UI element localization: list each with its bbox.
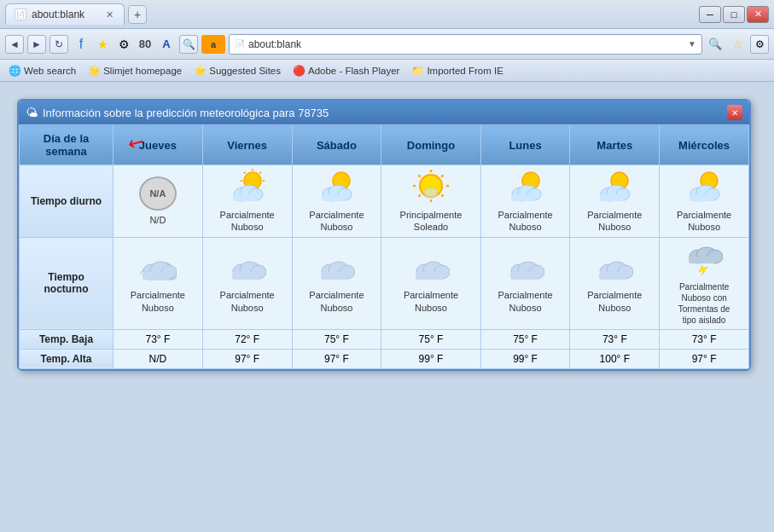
maximize-button[interactable]: □ [723,6,745,23]
tab-close-button[interactable]: ✕ [103,9,115,20]
night-cloud-icon-1 [229,252,266,283]
sun-icon-3 [412,169,450,203]
nighttime-row: Tiempo nocturno Parcialmente [20,237,749,329]
temp-low-2: 75° F [292,329,381,349]
night-cloud-icon-4 [507,252,544,283]
minimize-button[interactable]: ─ [699,6,721,23]
day-martes: Martes [570,125,660,165]
bookmark-imported-label: Imported From IE [427,66,503,76]
dialog-close-button[interactable]: ✕ [727,105,742,120]
storm-icon-6 [685,241,723,275]
temp-high-2: 97° F [292,349,381,368]
bookmark-imported[interactable]: 📁 Imported From IE [408,63,506,78]
bookmark-adobe[interactable]: 🔴 Adobe - Flash Player [289,63,403,78]
address-bar-wrapper[interactable]: 📄 ▼ [229,34,702,55]
nighttime-desc-2: ParcialmenteNuboso [298,289,376,314]
bookmark-slimjet-label: Slimjet homepage [103,66,182,76]
dialog-title: Información sobre la predicción meteorol… [43,107,329,119]
temp-high-label: Temp. Alta [20,349,113,368]
daytime-desc-4: ParcialmenteNuboso [486,209,565,234]
address-dropdown-icon[interactable]: ▼ [688,39,696,49]
nighttime-desc-6: ParcialmenteNuboso conTormentas detipo a… [665,281,743,326]
svg-line-6 [259,172,261,174]
bookmark-slimjet[interactable]: 🌟 Slimjet homepage [84,63,185,78]
browser-tab[interactable]: 📄 about:blank ✕ [5,3,125,25]
nighttime-cell-6: ParcialmenteNuboso conTormentas detipo a… [660,237,749,329]
forward-button[interactable]: ► [27,35,46,54]
temp-high-1: 97° F [202,349,292,368]
nighttime-label: Tiempo nocturno [20,237,113,329]
nighttime-desc-1: ParcialmenteNuboso [208,289,287,314]
sun-cloud-icon-6 [685,169,723,203]
svg-rect-44 [143,272,170,280]
tab-title: about:blank [32,9,84,20]
day-viernes: Viernes [202,125,292,165]
facebook-icon[interactable]: f [72,35,90,54]
favorites-icon[interactable]: ★ [93,35,112,54]
weather-dialog: 🌤 Información sobre la predicción meteor… [17,99,751,371]
svg-rect-60 [510,272,538,280]
night-cloud-icon-0 [139,252,177,283]
bookmark-suggested[interactable]: ⭐ Suggested Sites [190,63,284,78]
svg-rect-64 [599,272,626,280]
plugin-icon1[interactable]: ⚙ [114,35,133,54]
bookmarks-bar: 🌐 Web search 🌟 Slimjet homepage ⭐ Sugges… [0,60,774,82]
temp-low-4: 75° F [480,329,570,349]
temp-low-0: 73° F [113,329,203,349]
daytime-cell-1: ParcialmenteNuboso [202,165,292,238]
bookmark-adobe-label: Adobe - Flash Player [308,66,399,76]
plugin-icon2[interactable]: 80 [136,35,154,54]
settings-icon[interactable]: ⚙ [750,35,769,54]
svg-line-24 [441,195,443,197]
amazon-icon[interactable]: a [201,35,225,54]
daytime-desc-2: ParcialmenteNuboso [298,209,376,234]
svg-rect-35 [600,194,624,201]
bookmark-web-search-label: Web search [24,66,76,76]
temp-high-3: 99° F [381,349,480,368]
temp-low-label: Temp. Baja [20,329,113,349]
bookmark-star-icon[interactable]: ☆ [728,35,747,54]
temp-low-6: 73° F [660,329,749,349]
title-bar: 📄 about:blank ✕ + ─ □ ✕ [0,0,774,29]
svg-rect-30 [511,194,535,201]
nighttime-desc-4: ParcialmenteNuboso [486,289,565,314]
search-provider-icon[interactable]: 🔍 [706,35,725,54]
svg-rect-56 [416,272,443,280]
new-tab-button[interactable]: + [128,5,147,24]
temp-low-1: 72° F [202,329,292,349]
day-sabado: Sábado [292,125,381,165]
daytime-desc-5: ParcialmenteNuboso [575,209,654,234]
daytime-cell-6: ParcialmenteNuboso [660,165,749,238]
adobe-icon: 🔴 [293,65,306,77]
svg-line-5 [244,172,246,174]
temp-low-3: 75° F [381,329,480,349]
daytime-label: Tiempo diurno [20,165,113,238]
night-cloud-icon-3 [412,252,450,283]
temp-low-row: Temp. Baja 73° F 72° F 75° F 75° F 75° F… [20,329,749,349]
nighttime-cell-5: ParcialmenteNuboso [570,237,660,329]
daytime-desc-6: ParcialmenteNuboso [665,209,743,234]
toolbar-icons: f ★ ⚙ 80 A [72,35,176,54]
bookmark-web-search[interactable]: 🌐 Web search [5,63,79,78]
day-of-week-header: Día de la semana [20,125,113,165]
address-bar[interactable] [248,38,684,50]
svg-rect-52 [321,272,348,280]
slimjet-icon: 🌟 [88,65,101,77]
svg-rect-68 [689,257,716,263]
refresh-button[interactable]: ↻ [49,35,68,54]
dialog-weather-icon: 🌤 [26,106,38,119]
svg-marker-69 [699,265,707,275]
daytime-desc-3: PrincipalmenteSoleado [387,209,474,234]
close-button[interactable]: ✕ [747,6,769,23]
day-lunes: Lunes [480,125,570,165]
translate-icon[interactable]: A [157,35,176,54]
temp-high-row: Temp. Alta N/D 97° F 97° F 99° F 99° F 1… [20,349,749,368]
night-cloud-icon-5 [596,252,633,283]
day-miercoles: Miércoles [660,125,749,165]
search-icon[interactable]: 🔍 [179,35,198,54]
nighttime-cell-4: ParcialmenteNuboso [480,237,570,329]
back-button[interactable]: ◄ [5,35,24,54]
svg-line-21 [418,176,420,177]
daytime-desc-0: N/D [119,214,197,226]
temp-high-0: N/D [113,349,203,368]
